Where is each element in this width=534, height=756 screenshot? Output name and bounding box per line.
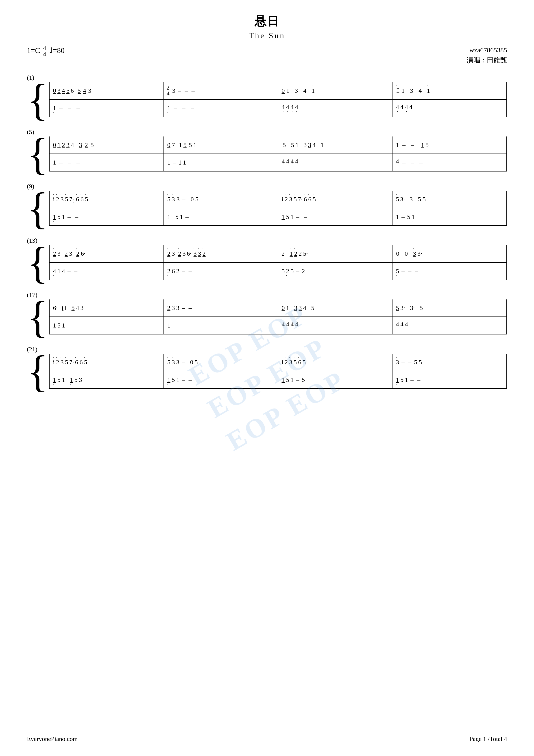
measure-b1-2: 1· – – – [164, 100, 278, 117]
brace-1: { [27, 82, 48, 117]
measure-b6-3: 1· 5 1 – 5 [278, 371, 393, 388]
measure-b5-3: 4 · 4 · 4 · 4 · [278, 317, 393, 334]
gs-content-4: 2· 3 2· 3 2· 6· 2· [49, 245, 507, 280]
footer-left: EveryonePiano.com [27, 735, 78, 742]
treble-row-6: i· 2· 3· 5· 7· 6· 6· [50, 354, 507, 371]
measure-t3-3: i· 2· 3· 5· 7· 6· 6· [278, 191, 393, 208]
measure-t1-1: 0 3 4 5 6 5 4 3 [50, 82, 164, 99]
measure-t2-1: 0 1 2 3 4 3 2 5 [50, 136, 164, 153]
treble-row-3: i· 2· 3· 5· 7· ̣ 6· [50, 191, 507, 208]
grand-staff-2: { 0 1 2 3 4 3 2 5 0 7 [27, 136, 507, 172]
measure-t4-4: 0 0 3· 3· [393, 245, 507, 262]
measure-b2-3: 4 · 4 · 4 · 4 · [278, 154, 393, 171]
measure-b5-2: 1 – – – [164, 317, 278, 334]
author-info: wza67865385 演唱：田馥甄 [467, 45, 507, 65]
measure-b3-1: 1· 5 1 – – [50, 208, 164, 225]
grand-staff-5: { 6· i· i· 5 4 3 [27, 299, 507, 335]
grand-staff-3: { i· 2· 3· 5· 7· ̣ [27, 191, 507, 226]
key-tempo: 1=C 44 ♩=80 [27, 45, 64, 58]
top-info: 1=C 44 ♩=80 wza67865385 演唱：田馥甄 [27, 45, 507, 65]
grand-staff-1: { 0 3 4 5 6 5 4 3 [27, 82, 507, 117]
measure-b3-3: 1· 5 1 – – [278, 208, 393, 225]
bass-row-6: 1· 5 1 1· 5 3 1· 5 1 – [50, 371, 507, 389]
grand-staff-6: { i· 2· 3· 5· 7· [27, 354, 507, 389]
measure-b2-2: 1 – 1 1 [164, 154, 278, 171]
measure-b1-4: 4 · 4 · 4 · 4 · [393, 100, 507, 117]
gs-content-1: 0 3 4 5 6 5 4 3 24 3 – [49, 82, 507, 117]
measure-t1-4: 1̇· 1 3 4 1· [393, 82, 507, 99]
grand-staff-4: { 2· 3 2· 3 2· 6· [27, 245, 507, 280]
bass-row-2: 1 – – – 1 – 1 1 4 · 4 [50, 154, 507, 172]
measure-t3-2: 5· 3· 3 – 0 5 [164, 191, 278, 208]
section-label-4: (13) [27, 237, 507, 244]
singer-info: 演唱：田馥甄 [467, 55, 507, 65]
measure-t5-3: 0 1 3· 3· 4 5· [278, 299, 393, 316]
measure-t2-4: 1· – – 1 5 [393, 136, 507, 153]
measure-b1-3: 4 · 4 · 4 · 4 · [278, 100, 393, 117]
treble-row-4: 2· 3 2· 3 2· 6· 2· [50, 245, 507, 263]
bass-row-5: 1· 5 1 – – 1 – – – 4 · [50, 317, 507, 335]
measure-b6-1: 1· 5 1 1· 5 3 [50, 371, 164, 388]
brace-3: { [27, 191, 48, 226]
measure-b2-1: 1 – – – [50, 154, 164, 171]
measure-t4-1: 2· 3 2· 3 2· 6· [50, 245, 164, 262]
measure-t1-3: 0 1 3 4 1· [278, 82, 393, 99]
treble-row-2: 0 1 2 3 4 3 2 5 0 7 1 5 [50, 136, 507, 154]
measure-t1-2: 24 3 – – – [164, 82, 278, 99]
section-6: (21) { i· 2· 3· 5· 7· [27, 346, 507, 389]
brace-4: { [27, 245, 48, 280]
measure-t5-1: 6· i· i· 5 4 3 [50, 299, 164, 316]
bass-row-4: 4· 1 4 – – 2· 6 2 – – [50, 263, 507, 280]
measure-b6-4: 1· 5 1 – – [393, 371, 507, 388]
section-4: (13) { 2· 3 2· 3 2· [27, 237, 507, 280]
measure-t6-4: 3· – – 5 5 [393, 354, 507, 371]
time-sig-label: 44 [41, 46, 48, 55]
measure-t6-2: 5· 3· 3 – 0 5 [164, 354, 278, 371]
measure-b3-2: 1 5 1 – [164, 208, 278, 225]
section-label-6: (21) [27, 346, 507, 353]
section-label-5: (17) [27, 291, 507, 299]
measure-b4-3: 5· 2· 5 – 2 [278, 263, 393, 280]
measure-b6-2: 1· 5 1 – – [164, 371, 278, 388]
section-label-3: (9) [27, 183, 507, 190]
section-3: (9) { i· 2· 3· 5· 7· [27, 183, 507, 226]
section-label-1: (1) [27, 74, 507, 81]
tempo-label: ♩=80 [49, 46, 64, 55]
measure-b3-4: 1 – 5 1· [393, 208, 507, 225]
measure-b4-4: 5· – – – [393, 263, 507, 280]
measure-t4-3: 2 1· 2· 2 5· [278, 245, 393, 262]
measure-t2-3: 5 5· 1 3 3 4 1· [278, 136, 393, 153]
measure-t6-1: i· 2· 3· 5· 7· 6· 6· [50, 354, 164, 371]
page-title: 悬日 [27, 14, 507, 29]
measure-b4-2: 2· 6 2 – – [164, 263, 278, 280]
treble-row-1: 0 3 4 5 6 5 4 3 24 3 – [50, 82, 507, 100]
brace-2: { [27, 136, 48, 172]
measure-b5-4: 4 · 4 · 4 · – [393, 317, 507, 334]
section-1: (1) { 0 3 4 5 6 5 4 3 [27, 74, 507, 117]
gs-content-3: i· 2· 3· 5· 7· ̣ 6· [49, 191, 507, 226]
measure-b5-1: 1· 5 1 – – [50, 317, 164, 334]
page-footer: EveryonePiano.com Page 1 /Total 4 [27, 735, 507, 742]
measure-t5-2: 2 3· 3 – – [164, 299, 278, 316]
brace-5: { [27, 299, 48, 335]
bass-row-3: 1· 5 1 – – 1 5 1 – 1· [50, 208, 507, 226]
page-subtitle: The Sun [27, 31, 507, 40]
gs-content-5: 6· i· i· 5 4 3 2 [49, 299, 507, 335]
section-2: (5) { 0 1 2 3 4 3 2 5 0 [27, 128, 507, 172]
author-id: wza67865385 [467, 45, 507, 55]
measure-t6-3: i· 2· 3· 5· 6· 5· [278, 354, 393, 371]
measure-t5-4: 5· 3· 3· 5 [393, 299, 507, 316]
brace-6: { [27, 354, 48, 389]
measure-t3-1: i· 2· 3· 5· 7· ̣ 6· [50, 191, 164, 208]
measure-t3-4: 5· 3· 3 5 5 [393, 191, 507, 208]
measure-b1-1: 1· – – – [50, 100, 164, 117]
section-5: (17) { 6· i· i· 5 4 3 [27, 291, 507, 335]
footer-right: Page 1 /Total 4 [470, 735, 507, 742]
treble-row-5: 6· i· i· 5 4 3 2 [50, 299, 507, 317]
gs-content-6: i· 2· 3· 5· 7· 6· 6· [49, 354, 507, 389]
measure-t2-2: 0 7 1 5 5· 1 [164, 136, 278, 153]
key-label: 1=C [27, 46, 40, 55]
measure-b2-4: 4 · – – – [393, 154, 507, 171]
gs-content-2: 0 1 2 3 4 3 2 5 0 7 1 5 [49, 136, 507, 172]
measure-b4-1: 4· 1 4 – – [50, 263, 164, 280]
